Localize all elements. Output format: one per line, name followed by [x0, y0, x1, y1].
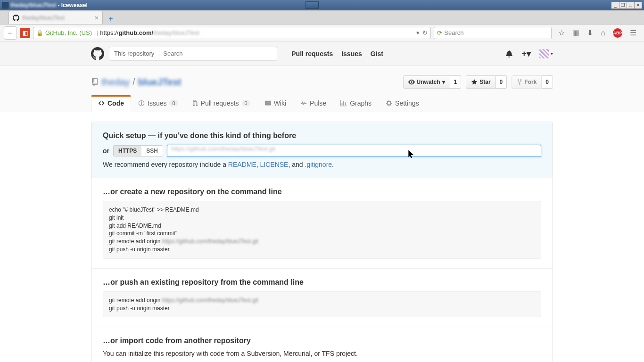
create-new-icon[interactable]: +▾	[521, 49, 531, 59]
pulse-icon	[300, 100, 307, 107]
back-button[interactable]: ←	[4, 26, 17, 40]
recommend-text: We recommend every repository include a …	[103, 161, 541, 168]
code-icon	[98, 100, 105, 107]
browser-toolbar: ← ◧ 🔒 GitHub, Inc. (US) | https://github…	[0, 25, 644, 41]
gear-icon	[386, 100, 392, 107]
star-button[interactable]: Star	[466, 75, 495, 89]
fork-count[interactable]: 0	[542, 75, 553, 89]
search-engine-icon: ⟳	[437, 29, 442, 36]
browser-search[interactable]: ⟳ Search	[434, 27, 552, 39]
restore-button[interactable]: ❐	[619, 2, 627, 8]
gitignore-link[interactable]: .gitignore	[305, 161, 332, 168]
page-viewport: This repository Pull requests Issues Gis…	[0, 41, 644, 362]
github-logo-icon[interactable]	[91, 47, 104, 60]
unwatch-button[interactable]: Unwatch ▾	[403, 75, 450, 89]
new-tab-button[interactable]: +	[106, 14, 116, 24]
eye-icon	[408, 79, 415, 85]
create-commands[interactable]: echo "# blueJTest" >> README.md git init…	[103, 201, 541, 259]
repo-owner-link[interactable]: theday	[101, 77, 130, 88]
search-scope[interactable]: This repository	[109, 47, 159, 61]
taskbar-tray	[305, 1, 319, 9]
dropdown-icon[interactable]: ▾	[416, 29, 420, 36]
or-label: or	[103, 147, 109, 155]
downloads-icon[interactable]: ⬇	[587, 28, 593, 37]
issue-icon	[138, 100, 145, 107]
readme-link[interactable]: README	[228, 161, 256, 168]
adblock-icon[interactable]: ABP	[613, 28, 622, 38]
window-title: theday/blueJTest - Iceweasel	[10, 2, 303, 8]
tab-pull-requests[interactable]: Pull requests0	[185, 95, 257, 112]
close-window-button[interactable]: ×	[634, 2, 642, 8]
repo-name-link[interactable]: blueJTest	[138, 77, 182, 88]
setup-box: Quick setup — if you've done this kind o…	[91, 122, 553, 362]
github-search-input[interactable]	[159, 47, 277, 61]
browser-tab[interactable]: theday/blueJTest ×	[8, 11, 103, 24]
reload-icon[interactable]: ↻	[422, 29, 428, 36]
notifications-bell-icon[interactable]	[505, 50, 513, 58]
nav-pull-requests[interactable]: Pull requests	[291, 50, 333, 58]
avatar-icon	[539, 49, 549, 58]
push-repo-section: …or push an existing repository from the…	[91, 269, 553, 328]
fork-icon	[517, 79, 522, 85]
repo-nav: Code Issues0 Pull requests0 Wiki Pulse G…	[91, 95, 553, 112]
site-identity-label: GitHub, Inc. (US)	[45, 29, 92, 36]
graph-icon	[340, 100, 347, 107]
import-section: …or import code from another repository …	[91, 327, 553, 362]
github-header: This repository Pull requests Issues Gis…	[0, 41, 644, 66]
bookmark-star-icon[interactable]: ☆	[558, 28, 565, 37]
user-menu[interactable]: ▾	[539, 49, 553, 58]
nav-gist[interactable]: Gist	[371, 50, 383, 58]
repo-title: theday / blueJTest	[91, 77, 182, 88]
star-count[interactable]: 0	[496, 75, 507, 89]
clone-url-input[interactable]: https://github.com/theday/blueJTest.git	[167, 145, 541, 157]
ssh-button[interactable]: SSH	[141, 146, 163, 156]
quick-setup-section: Quick setup — if you've done this kind o…	[91, 122, 553, 178]
import-desc: You can initialize this repository with …	[103, 350, 541, 357]
nav-issues[interactable]: Issues	[341, 50, 362, 58]
tab-code[interactable]: Code	[91, 95, 131, 112]
license-link[interactable]: LICENSE	[260, 161, 289, 168]
browser-tabstrip: theday/blueJTest × +	[0, 10, 644, 25]
lock-icon: 🔒	[36, 30, 43, 36]
fork-button[interactable]: Fork	[512, 75, 542, 89]
window-buttons: _ ❐ □ ×	[611, 1, 642, 9]
import-title: …or import code from another repository	[103, 337, 541, 345]
github-favicon-icon	[13, 15, 19, 21]
star-icon	[471, 79, 478, 85]
tab-graphs[interactable]: Graphs	[333, 95, 379, 112]
tab-wiki[interactable]: Wiki	[257, 95, 293, 112]
minimize-button[interactable]: _	[611, 2, 619, 8]
https-button[interactable]: HTTPS	[114, 146, 141, 156]
push-repo-title: …or push an existing repository from the…	[103, 278, 541, 287]
watch-count[interactable]: 1	[450, 75, 462, 89]
site-identity-icon[interactable]: ◧	[20, 28, 30, 38]
home-icon[interactable]: ⌂	[601, 29, 605, 37]
pr-icon	[192, 100, 198, 107]
close-tab-icon[interactable]: ×	[95, 14, 99, 22]
repo-head: theday / blueJTest Unwatch ▾ 1	[0, 66, 644, 112]
tab-title: theday/blueJTest	[22, 15, 92, 21]
search-placeholder: Search	[444, 29, 463, 36]
push-commands[interactable]: git remote add origin https://github.com…	[103, 291, 541, 318]
window-titlebar: theday/blueJTest - Iceweasel _ ❐ □ ×	[0, 0, 644, 10]
tab-issues[interactable]: Issues0	[131, 95, 185, 112]
create-repo-section: …or create a new repository on the comma…	[91, 178, 553, 269]
maximize-button[interactable]: □	[627, 2, 634, 8]
book-icon	[264, 100, 271, 107]
url-bar[interactable]: 🔒 GitHub, Inc. (US) | https://github.com…	[33, 27, 431, 39]
quick-setup-title: Quick setup — if you've done this kind o…	[103, 132, 541, 140]
tab-pulse[interactable]: Pulse	[293, 95, 333, 112]
tab-settings[interactable]: Settings	[379, 95, 426, 112]
library-icon[interactable]: ▥	[572, 28, 579, 37]
create-repo-title: …or create a new repository on the comma…	[103, 188, 541, 196]
repo-icon	[91, 78, 99, 86]
app-icon	[2, 2, 8, 8]
hamburger-menu-icon[interactable]: ☰	[630, 28, 636, 37]
